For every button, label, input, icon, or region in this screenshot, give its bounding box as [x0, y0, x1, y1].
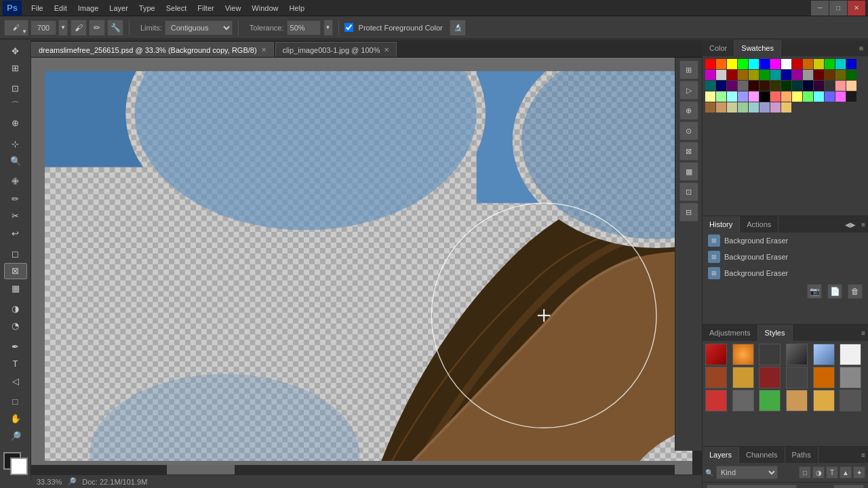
color-swatch-33[interactable]: [760, 81, 770, 91]
brush-preset-1[interactable]: 🖌: [71, 20, 87, 36]
color-swatch-25[interactable]: [825, 70, 835, 80]
filter-shape[interactable]: ▲: [840, 466, 852, 479]
horizontal-scrollbar[interactable]: [31, 465, 675, 474]
color-swatch-63[interactable]: [781, 102, 791, 113]
color-panel-menu[interactable]: ≡: [854, 40, 868, 56]
mini-tool-2[interactable]: ▷: [679, 81, 698, 100]
color-swatch-21[interactable]: [781, 70, 791, 80]
blend-mode-select[interactable]: Normal Dissolve Multiply Screen Overlay: [707, 485, 797, 488]
history-item-1[interactable]: ⊠ Background Eraser: [703, 249, 868, 265]
color-swatch-1[interactable]: [716, 59, 726, 69]
color-swatch-43[interactable]: [716, 92, 726, 102]
tool-brush[interactable]: ✏: [4, 190, 27, 207]
color-swatch-57[interactable]: [716, 102, 726, 113]
tool-crop[interactable]: ⊹: [4, 136, 27, 152]
opacity-input[interactable]: 100%: [833, 485, 864, 488]
tool-path-select[interactable]: ◁: [4, 373, 27, 389]
tool-marquee[interactable]: ⊡: [4, 81, 27, 97]
color-swatch-23[interactable]: [803, 70, 813, 80]
color-swatch-52[interactable]: [814, 92, 824, 102]
tool-shape[interactable]: □: [4, 393, 27, 409]
color-swatch-55[interactable]: [846, 92, 856, 102]
mini-tool-3[interactable]: ⊕: [679, 101, 698, 120]
tool-gradient[interactable]: ▦: [4, 280, 27, 296]
history-menu[interactable]: ≡: [859, 221, 868, 228]
color-swatch-2[interactable]: [727, 59, 737, 69]
tab-layers[interactable]: Layers: [703, 447, 739, 463]
color-swatch-39[interactable]: [825, 81, 835, 91]
style-thumb-4[interactable]: [813, 344, 835, 365]
color-swatch-30[interactable]: [727, 81, 737, 91]
tool-preset-picker[interactable]: 🖌 ▼: [4, 20, 28, 36]
tab-swatches[interactable]: Swatches: [734, 40, 781, 56]
color-swatch-13[interactable]: [846, 59, 856, 69]
color-swatch-42[interactable]: [705, 92, 715, 102]
tab-color[interactable]: Color: [703, 40, 734, 56]
delete-state-button[interactable]: 🗑: [848, 284, 863, 299]
filter-adjust[interactable]: ◑: [812, 466, 825, 479]
maximize-button[interactable]: □: [829, 1, 847, 16]
style-thumb-6[interactable]: [705, 367, 727, 388]
color-swatch-37[interactable]: [803, 81, 813, 91]
style-thumb-7[interactable]: [732, 367, 754, 388]
menu-edit[interactable]: Edit: [49, 0, 73, 16]
color-swatch-19[interactable]: [760, 70, 770, 80]
create-new-document-button[interactable]: 📄: [827, 284, 842, 299]
mini-tool-6[interactable]: ▦: [679, 162, 698, 181]
color-swatch-62[interactable]: [770, 102, 781, 113]
color-swatch-29[interactable]: [716, 81, 726, 91]
color-swatch-38[interactable]: [814, 81, 824, 91]
style-thumb-17[interactable]: [840, 390, 861, 411]
color-swatch-27[interactable]: [846, 70, 856, 80]
color-swatch-41[interactable]: [846, 81, 856, 91]
color-swatch-44[interactable]: [727, 92, 737, 102]
color-swatch-18[interactable]: [749, 70, 759, 80]
color-swatch-60[interactable]: [749, 102, 759, 113]
color-swatch-17[interactable]: [738, 70, 748, 80]
layer-kind-select[interactable]: Kind Name Effect Mode Attribute Color Sm…: [716, 466, 778, 479]
style-thumb-1[interactable]: [732, 344, 754, 365]
color-swatch-61[interactable]: [760, 102, 770, 113]
color-swatch-48[interactable]: [770, 92, 781, 102]
color-swatch-16[interactable]: [727, 70, 737, 80]
brush-preset-3[interactable]: 🔧: [107, 20, 123, 36]
limits-select[interactable]: Contiguous Discontiguous Find Edges: [165, 20, 233, 35]
sample-tool[interactable]: 🔬: [450, 20, 466, 36]
tool-history-brush[interactable]: ↩: [4, 225, 27, 241]
menu-select[interactable]: Select: [161, 0, 193, 16]
color-swatch-0[interactable]: [705, 59, 715, 69]
mini-tool-7[interactable]: ⊡: [679, 182, 698, 201]
tool-clone[interactable]: ✂: [4, 207, 27, 224]
mini-tool-8[interactable]: ⊟: [679, 203, 698, 222]
color-swatch-35[interactable]: [781, 81, 791, 91]
tab-history[interactable]: History: [703, 216, 740, 232]
color-swatch-46[interactable]: [749, 92, 759, 102]
filter-smart[interactable]: ✦: [853, 466, 865, 479]
color-swatch-3[interactable]: [738, 59, 748, 69]
tab-styles[interactable]: Styles: [758, 325, 793, 341]
create-new-snapshot-button[interactable]: 📷: [807, 284, 822, 299]
color-swatch-54[interactable]: [835, 92, 846, 102]
tab-jpg[interactable]: clip_image003-1.jpg @ 100% ✕: [275, 42, 397, 57]
tool-pen[interactable]: ✒: [4, 338, 27, 354]
tool-healing[interactable]: ✙: [4, 173, 27, 189]
color-swatch-32[interactable]: [749, 81, 759, 91]
color-swatch-50[interactable]: [792, 92, 802, 102]
color-swatch-34[interactable]: [770, 81, 781, 91]
color-swatch-58[interactable]: [727, 102, 737, 113]
style-thumb-10[interactable]: [813, 367, 835, 388]
tab-actions[interactable]: Actions: [740, 216, 778, 232]
color-swatch-7[interactable]: [781, 59, 791, 69]
tool-dodge[interactable]: ◔: [4, 318, 27, 334]
color-swatch-45[interactable]: [738, 92, 748, 102]
menu-image[interactable]: Image: [73, 0, 104, 16]
tool-move[interactable]: ✥: [4, 43, 27, 59]
color-swatch-28[interactable]: [705, 81, 715, 91]
style-thumb-5[interactable]: [840, 344, 861, 365]
brush-size-picker[interactable]: ▼: [58, 20, 68, 36]
color-swatch-49[interactable]: [781, 92, 791, 102]
mini-tool-1[interactable]: ⊞: [679, 60, 698, 79]
color-swatch-24[interactable]: [814, 70, 824, 80]
tool-zoom[interactable]: 🔎: [4, 428, 27, 444]
styles-menu[interactable]: ≡: [859, 329, 868, 337]
